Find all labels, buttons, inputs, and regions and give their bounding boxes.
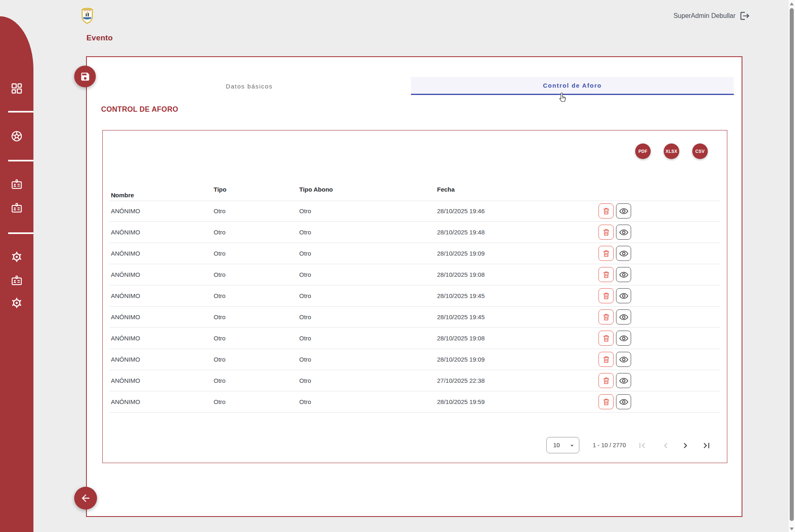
eye-icon [619, 227, 629, 237]
scrollbar-thumb[interactable] [790, 8, 794, 521]
cell-nombre: ANÓNIMO [111, 377, 140, 384]
tab-control-de-aforo[interactable]: Control de Aforo [411, 77, 734, 95]
delete-row-button[interactable] [598, 246, 614, 261]
column-header-fecha[interactable]: Fecha [437, 186, 455, 193]
delete-row-button[interactable] [598, 309, 614, 324]
save-icon [80, 71, 91, 82]
delete-row-button[interactable] [598, 394, 614, 409]
view-row-button[interactable] [616, 267, 631, 282]
next-page-button[interactable] [680, 440, 691, 452]
export-xlsx-button[interactable]: XLSX [664, 143, 679, 159]
eye-icon [619, 291, 629, 301]
table-header: Nombre↑ Tipo Tipo Abono Fecha [103, 180, 727, 201]
chevron-right-icon [680, 440, 691, 451]
view-row-button[interactable] [616, 352, 631, 367]
tab-datos-basicos[interactable]: Datos básicos [88, 77, 411, 95]
table-row: ANÓNIMO Otro Otro 28/10/2025 19:09 [109, 349, 720, 370]
cell-fecha: 28/10/2025 19:46 [437, 208, 485, 214]
table-row: ANÓNIMO Otro Otro 28/10/2025 19:08 [109, 264, 720, 285]
delete-row-button[interactable] [598, 373, 614, 388]
cell-tipo-abono: Otro [299, 271, 311, 278]
trash-icon [602, 397, 611, 406]
cell-nombre: ANÓNIMO [111, 335, 140, 342]
sidebar-divider [8, 232, 33, 234]
trash-icon [602, 249, 611, 258]
cell-fecha: 27/10/2025 22:38 [437, 377, 485, 384]
export-pdf-button[interactable]: PDF [635, 143, 651, 159]
trash-icon [602, 291, 611, 300]
export-csv-button[interactable]: CSV [692, 143, 708, 159]
trash-icon [602, 313, 611, 322]
user-name: SuperAdmin Debullar [674, 12, 735, 20]
cell-tipo: Otro [214, 250, 225, 257]
table-row: ANÓNIMO Otro Otro 28/10/2025 19:48 [109, 222, 720, 243]
sidebar [0, 16, 33, 532]
arrow-up-icon: ↑ [111, 192, 117, 199]
delete-row-button[interactable] [598, 288, 614, 303]
view-row-button[interactable] [616, 246, 631, 261]
scroll-up-arrow[interactable] [790, 2, 794, 5]
aforo-table-card: PDF XLSX CSV Nombre↑ Tipo Tipo Abono Fec… [102, 130, 727, 463]
table-row: ANÓNIMO Otro Otro 28/10/2025 19:45 [109, 285, 720, 307]
chevron-down-icon [568, 442, 576, 449]
table-row: ANÓNIMO Otro Otro 28/10/2025 19:08 [109, 328, 720, 349]
sidebar-item-credentials-2[interactable] [11, 202, 23, 214]
cell-tipo: Otro [214, 313, 225, 320]
sidebar-item-dashboard[interactable] [11, 82, 23, 95]
view-row-button[interactable] [616, 225, 631, 240]
eye-icon [619, 312, 629, 322]
column-header-tipo-abono[interactable]: Tipo Abono [299, 186, 333, 193]
prev-page-button[interactable] [660, 440, 671, 452]
cell-fecha: 28/10/2025 19:08 [437, 271, 485, 278]
sidebar-item-credentials-3[interactable] [11, 274, 23, 287]
cell-tipo: Otro [214, 356, 225, 363]
view-row-button[interactable] [616, 373, 631, 388]
gear-icon [11, 297, 23, 309]
cell-nombre: ANÓNIMO [111, 271, 140, 278]
delete-row-button[interactable] [598, 331, 614, 346]
user-area: SuperAdmin Debullar [674, 11, 750, 21]
cell-tipo-abono: Otro [299, 292, 311, 299]
trash-icon [602, 207, 611, 216]
cell-nombre: ANÓNIMO [111, 292, 140, 299]
page-size-select[interactable]: 10 [546, 437, 579, 453]
scrollbar[interactable] [788, 0, 795, 532]
delete-row-button[interactable] [598, 225, 614, 240]
sidebar-item-credentials-1[interactable] [11, 178, 23, 190]
cell-fecha: 28/10/2025 19:09 [437, 356, 485, 363]
eye-icon [619, 270, 629, 280]
cell-tipo: Otro [214, 398, 225, 405]
column-header-tipo[interactable]: Tipo [214, 186, 226, 193]
arrow-back-icon [80, 492, 91, 504]
back-button[interactable] [74, 487, 97, 510]
last-page-button[interactable] [701, 440, 712, 452]
view-row-button[interactable] [616, 309, 631, 324]
cell-fecha: 28/10/2025 19:48 [437, 229, 485, 236]
cell-tipo-abono: Otro [299, 208, 311, 214]
view-row-button[interactable] [616, 331, 631, 346]
cell-tipo-abono: Otro [299, 356, 311, 363]
logout-button[interactable] [740, 11, 750, 21]
scroll-down-arrow[interactable] [790, 528, 794, 530]
sidebar-divider [8, 111, 33, 113]
save-button[interactable] [74, 66, 96, 87]
soccer-ball-icon [11, 130, 23, 142]
delete-row-button[interactable] [598, 267, 614, 282]
eye-icon [619, 206, 629, 216]
sidebar-item-settings-2[interactable] [11, 297, 23, 309]
delete-row-button[interactable] [598, 352, 614, 367]
eye-icon [619, 397, 629, 407]
cell-nombre: ANÓNIMO [111, 250, 140, 257]
view-row-button[interactable] [616, 288, 631, 303]
page-title: Evento [86, 33, 113, 42]
view-row-button[interactable] [616, 203, 631, 219]
first-page-button[interactable] [636, 440, 648, 452]
sidebar-item-matches[interactable] [11, 130, 23, 142]
cell-tipo: Otro [214, 292, 225, 299]
cell-tipo: Otro [214, 335, 225, 342]
delete-row-button[interactable] [598, 203, 614, 219]
sidebar-item-settings-1[interactable] [11, 251, 23, 263]
cell-tipo: Otro [214, 271, 225, 278]
table-row: ANÓNIMO Otro Otro 28/10/2025 19:09 [109, 243, 720, 264]
view-row-button[interactable] [616, 394, 631, 409]
